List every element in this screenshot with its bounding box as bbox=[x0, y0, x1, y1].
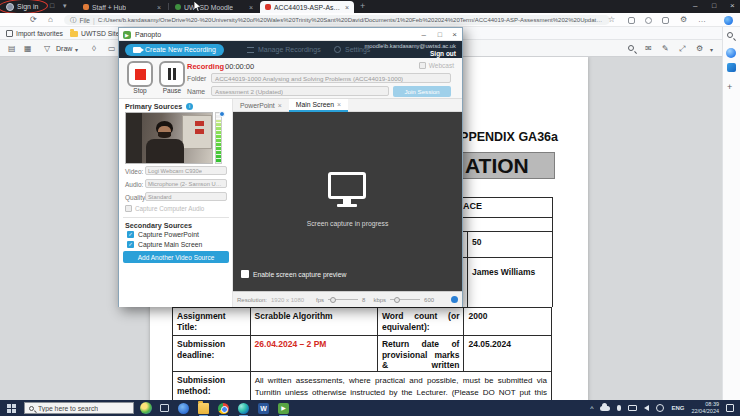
window-close-button[interactable]: × bbox=[730, 1, 735, 10]
webcast-option[interactable]: Webcast bbox=[419, 62, 454, 69]
pdf-more-icon[interactable]: ▾ bbox=[710, 46, 713, 53]
fps-value: 8 bbox=[362, 297, 365, 303]
annotate-icon[interactable]: ✎ bbox=[662, 44, 669, 53]
pause-button[interactable]: Pause bbox=[159, 61, 185, 94]
checked-checkbox[interactable]: ✓ bbox=[127, 241, 134, 248]
language-indicator[interactable]: ENG bbox=[671, 405, 684, 411]
tab-close-icon[interactable]: × bbox=[157, 4, 161, 11]
weather-widget-icon[interactable] bbox=[140, 402, 152, 414]
extensions-icon[interactable] bbox=[662, 17, 669, 24]
volume-icon[interactable] bbox=[644, 405, 649, 411]
table-border bbox=[467, 231, 468, 307]
join-session-button[interactable]: Join Session bbox=[393, 86, 451, 97]
clock[interactable]: 08:39 22/04/2024 bbox=[691, 401, 719, 415]
tab-uwtsd-moodle[interactable]: UWTSD Moodle × bbox=[170, 1, 258, 13]
workspaces-icon[interactable]: □ bbox=[50, 2, 54, 9]
capture-computer-audio-option[interactable]: Capture Computer Audio bbox=[125, 205, 204, 212]
tab-staff-hub[interactable]: Staff + Hub × bbox=[78, 1, 166, 13]
read-aloud-icon[interactable]: ✉ bbox=[645, 44, 652, 53]
pdf-search-icon[interactable] bbox=[628, 45, 634, 51]
fps-slider[interactable] bbox=[328, 299, 358, 300]
session-name-field[interactable]: Assessment 2 (Updated) bbox=[211, 86, 389, 96]
fullscreen-icon[interactable]: ⤢ bbox=[679, 44, 685, 54]
nav-manage-recordings[interactable]: Manage Recordings bbox=[247, 46, 321, 53]
select-tool-icon[interactable]: ▦ bbox=[24, 44, 32, 53]
tab-close-icon[interactable]: × bbox=[337, 101, 341, 108]
collections-icon[interactable] bbox=[645, 17, 652, 24]
network-icon[interactable] bbox=[656, 404, 664, 412]
url-field[interactable]: ⓘ File | C:/Users/b.kandasamy/OneDrive%2… bbox=[64, 15, 610, 25]
enable-preview-option[interactable]: Enable screen capture preview bbox=[241, 270, 346, 278]
tab-close-icon[interactable]: × bbox=[345, 4, 349, 11]
draw-tool-icon[interactable]: ▽ bbox=[44, 44, 50, 53]
taskbar-search-box[interactable]: Type here to search bbox=[24, 402, 134, 414]
window-maximize-button[interactable]: □ bbox=[712, 2, 716, 9]
chrome-icon[interactable] bbox=[218, 403, 229, 414]
tab-close-icon[interactable]: × bbox=[249, 4, 253, 11]
capture-powerpoint-option[interactable]: ✓ Capture PowerPoint bbox=[127, 231, 199, 238]
panopto-close-button[interactable]: × bbox=[452, 30, 457, 39]
info-icon[interactable]: i bbox=[186, 103, 193, 110]
partial-cell-text: ACE bbox=[463, 201, 482, 211]
favorites-folder-uwtsd[interactable]: UWTSD Sites bbox=[70, 29, 123, 38]
tab-main-screen[interactable]: Main Screen × bbox=[289, 99, 348, 112]
webcast-checkbox[interactable] bbox=[419, 62, 426, 69]
window-minimize-button[interactable]: – bbox=[693, 1, 697, 10]
tab-search-icon[interactable]: ▾ bbox=[63, 2, 67, 10]
add-video-source-button[interactable]: Add Another Video Source bbox=[123, 251, 229, 263]
home-icon[interactable]: ⌂ bbox=[48, 15, 53, 24]
tab-powerpoint[interactable]: PowerPoint × bbox=[233, 99, 289, 112]
audio-level-slider[interactable] bbox=[219, 111, 225, 117]
stop-label: Stop bbox=[127, 87, 153, 94]
more-menu-icon[interactable]: … bbox=[698, 15, 706, 24]
capture-main-screen-option[interactable]: ✓ Capture Main Screen bbox=[127, 241, 202, 248]
edge-icon[interactable] bbox=[238, 403, 249, 414]
audio-source-select[interactable]: Microphone (2- Samson UB1) bbox=[145, 179, 227, 188]
tab-assessment-pdf-active[interactable]: ACC44019-ASP-Assessment 2 U × bbox=[260, 1, 354, 13]
refresh-icon[interactable]: ⟳ bbox=[30, 15, 37, 24]
video-source-select[interactable]: Logi Webcam C930e bbox=[145, 166, 227, 175]
tray-expand-icon[interactable]: ^ bbox=[590, 405, 593, 412]
folder-field[interactable]: ACC44019-1000 Analysing and Solving Prob… bbox=[211, 73, 451, 83]
computer-audio-checkbox[interactable] bbox=[125, 205, 132, 212]
sidebar-copilot-icon[interactable] bbox=[726, 48, 736, 58]
file-explorer-icon[interactable] bbox=[198, 403, 209, 414]
kbps-slider[interactable] bbox=[390, 299, 420, 300]
draw-caret-icon[interactable]: ▾ bbox=[75, 46, 78, 53]
sidebar-app-icon[interactable] bbox=[727, 63, 736, 72]
pdf-settings-icon[interactable]: ⚙ bbox=[696, 44, 703, 53]
draw-label[interactable]: Draw bbox=[56, 45, 72, 52]
highlight-tool-icon[interactable]: ▭ bbox=[108, 44, 116, 53]
split-screen-icon[interactable] bbox=[628, 17, 635, 24]
import-favorites-button[interactable]: Import favorites bbox=[6, 29, 63, 38]
sign-out-link[interactable]: Sign out bbox=[430, 50, 456, 57]
erase-tool-icon[interactable]: ◊ bbox=[92, 44, 96, 53]
tab-close-icon[interactable]: × bbox=[278, 102, 282, 109]
checked-checkbox[interactable]: ✓ bbox=[127, 231, 134, 238]
start-button[interactable] bbox=[7, 404, 16, 413]
task-view-icon[interactable] bbox=[160, 404, 169, 412]
sidebar-search-icon[interactable] bbox=[727, 32, 733, 38]
microphone-tray-icon[interactable] bbox=[617, 405, 621, 411]
url-scheme-label: File bbox=[80, 17, 90, 24]
nav-create-new-recording[interactable]: Create New Recording bbox=[125, 44, 224, 56]
panopto-title-bar[interactable]: ▶ Panopto – □ × bbox=[119, 28, 462, 41]
display-tray-icon[interactable] bbox=[628, 405, 637, 411]
notification-center-icon[interactable] bbox=[726, 404, 734, 412]
panopto-taskbar-icon[interactable]: ▶ bbox=[278, 403, 289, 414]
taskbar-app-teams-icon[interactable] bbox=[178, 403, 189, 414]
stop-button[interactable]: Stop bbox=[127, 61, 153, 94]
settings-gear-icon[interactable]: ⚙ bbox=[680, 15, 687, 24]
sidebar-add-icon[interactable]: + bbox=[727, 82, 732, 92]
copilot-icon[interactable] bbox=[724, 16, 733, 25]
quality-select[interactable]: Standard bbox=[145, 192, 227, 201]
apply-settings-button[interactable] bbox=[451, 296, 458, 303]
panopto-maximize-button[interactable]: □ bbox=[438, 31, 442, 38]
onedrive-icon[interactable] bbox=[600, 406, 610, 411]
page-view-icon[interactable]: ▤ bbox=[8, 44, 16, 53]
new-tab-button[interactable]: + bbox=[360, 1, 365, 11]
panopto-minimize-button[interactable]: – bbox=[422, 30, 426, 39]
favorites-star-icon[interactable]: ☆ bbox=[608, 15, 615, 24]
word-icon[interactable]: W bbox=[258, 403, 269, 414]
preview-checkbox[interactable] bbox=[241, 270, 249, 278]
